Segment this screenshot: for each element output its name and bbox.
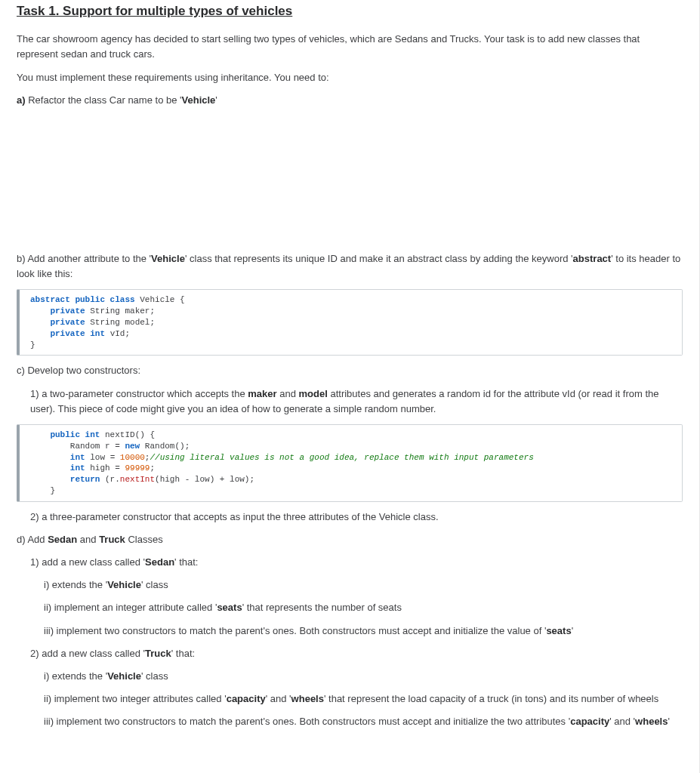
intro-paragraph-2: You must implement these requirements us…: [17, 70, 683, 85]
code-text: [30, 463, 70, 473]
code-text: ;: [150, 463, 155, 473]
d1ii-b: seats: [217, 602, 242, 613]
d1i-post: ' class: [141, 579, 168, 590]
code-text: [30, 453, 70, 462]
d2ii-pre: ii) implement two integer attributes cal…: [44, 693, 227, 704]
item-a: a) Refactor the class Car name to be 'Ve…: [17, 93, 683, 108]
d2iii-post: ': [668, 716, 669, 727]
code-kw: public int: [50, 430, 100, 439]
code-text: String model;: [85, 318, 155, 327]
code-comment: //using literal values is not a good ide…: [150, 453, 533, 462]
d1iii-post: ': [572, 625, 573, 636]
d2iii-pre: iii) implement two constructors to match…: [44, 716, 570, 727]
item-d1iii: iii) implement two constructors to match…: [44, 624, 683, 639]
d1-b: Sedan: [145, 556, 174, 568]
blank-space-bottom: [17, 737, 683, 773]
code-text: high =: [85, 463, 125, 473]
code-text: Vehicle {: [135, 295, 185, 304]
code-kw: private: [50, 318, 85, 327]
code-text: [30, 475, 70, 484]
code-lit: 10000: [120, 453, 145, 462]
code-kw: return: [70, 475, 100, 484]
item-a-bold: Vehicle: [182, 94, 216, 106]
item-d2: 2) add a new class called 'Truck' that:: [30, 646, 683, 661]
item-d2iii: iii) implement two constructors to match…: [44, 714, 683, 729]
d1ii-post: ' that represents the number of seats: [242, 602, 402, 613]
code-text: String maker;: [85, 306, 155, 316]
item-d2i: i) extends the 'Vehicle' class: [44, 669, 683, 684]
code-text: }: [30, 340, 35, 350]
d-b1: Sedan: [48, 534, 77, 545]
code-kw: int: [70, 453, 85, 462]
code-block-vehicle: abstract public class Vehicle { private …: [17, 289, 683, 356]
d2i-pre: i) extends the ': [44, 670, 107, 682]
document-page: Task 1. Support for multiple types of ve…: [0, 0, 700, 773]
code-kw: private int: [50, 329, 105, 338]
item-b-bold1: Vehicle: [151, 253, 185, 264]
item-b: b) Add another attribute to the 'Vehicle…: [17, 251, 683, 282]
d2iii-b2: wheels: [635, 716, 668, 727]
item-a-suffix: ': [215, 94, 217, 106]
d1iii-pre: iii) implement two constructors to match…: [44, 625, 546, 636]
d1-post: ' that:: [174, 556, 198, 568]
code-text: Random r =: [30, 442, 125, 451]
code-text: vId;: [105, 329, 130, 338]
d2ii-post: ' that represent the load capacity of a …: [324, 693, 658, 704]
code-text: }: [30, 486, 55, 495]
blank-space: [17, 115, 683, 244]
code-lit: 99999: [125, 463, 150, 473]
c1-b2: model: [299, 388, 328, 399]
item-d1: 1) add a new class called 'Sedan' that:: [30, 555, 683, 570]
d2-b: Truck: [145, 648, 171, 659]
item-d2ii: ii) implement two integer attributes cal…: [44, 691, 683, 707]
d2ii-mid: ' and ': [266, 693, 291, 704]
item-c1: 1) a two-parameter constructor which acc…: [30, 386, 683, 417]
d-pre: d) Add: [17, 534, 48, 545]
d-b2: Truck: [99, 534, 125, 545]
item-b-mid: ' class that represents its unique ID an…: [185, 253, 573, 264]
d1i-pre: i) extends the ': [44, 579, 107, 590]
c1-b1: maker: [248, 388, 276, 399]
code-kw: new: [125, 442, 140, 451]
c1-pre: 1) a two-parameter constructor which acc…: [30, 388, 248, 399]
d2iii-mid: ' and ': [609, 716, 635, 727]
code-kw: private: [50, 306, 85, 316]
code-kw: abstract public class: [30, 295, 135, 304]
d2ii-b1: capacity: [227, 693, 266, 704]
code-text: nextID() {: [100, 430, 155, 439]
intro-paragraph: The car showroom agency has decided to s…: [17, 32, 683, 62]
d1iii-b: seats: [546, 625, 571, 636]
item-a-prefix: a): [17, 94, 26, 106]
code-text: (r.: [100, 475, 119, 484]
d-mid: and: [77, 534, 99, 545]
d2-pre: 2) add a new class called ': [30, 648, 145, 659]
item-d1ii: ii) implement an integer attribute calle…: [44, 600, 683, 615]
code-text: (high - low) + low);: [155, 475, 254, 484]
d2iii-b1: capacity: [570, 716, 609, 727]
d2i-b: Vehicle: [107, 670, 141, 682]
code-block-nextid: public int nextID() { Random r = new Ran…: [17, 424, 683, 502]
d1ii-pre: ii) implement an integer attribute calle…: [44, 602, 217, 613]
d1i-b: Vehicle: [107, 579, 141, 590]
item-b-pre: b) Add another attribute to the ': [17, 253, 151, 264]
item-c: c) Develop two constructors:: [17, 363, 683, 378]
item-b-bold2: abstract: [573, 253, 612, 264]
code-call: nextInt: [120, 475, 155, 484]
d2ii-b2: wheels: [291, 693, 324, 704]
item-a-text: Refactor the class Car name to be ': [26, 94, 182, 106]
d1-pre: 1) add a new class called ': [30, 556, 145, 568]
code-kw: int: [70, 463, 85, 473]
code-text: low =: [85, 453, 120, 462]
item-d1i: i) extends the 'Vehicle' class: [44, 577, 683, 593]
d2-post: ' that:: [171, 648, 195, 659]
d2i-post: ' class: [141, 670, 168, 682]
c1-mid: and: [277, 388, 299, 399]
item-d: d) Add Sedan and Truck Classes: [17, 532, 683, 547]
task-title: Task 1. Support for multiple types of ve…: [17, 0, 683, 21]
code-text: Random();: [140, 442, 190, 451]
item-c2: 2) a three-parameter constructor that ac…: [30, 510, 683, 525]
d-post: Classes: [125, 534, 163, 545]
